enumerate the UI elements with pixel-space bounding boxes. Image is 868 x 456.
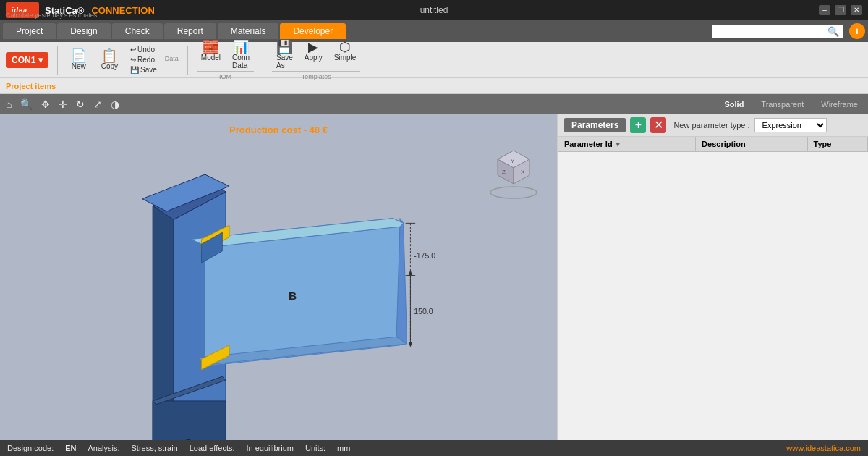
copy-icon: 📋	[101, 49, 117, 62]
save-as-button[interactable]: 💾 SaveAs	[272, 39, 297, 71]
col-type: Type	[807, 137, 867, 152]
window-title: untitled	[420, 5, 448, 15]
col-description: Description	[696, 137, 807, 152]
status-bar: Design code: EN Analysis: Stress, strain…	[0, 440, 868, 456]
view-transparent-button[interactable]: Transparent	[757, 98, 808, 110]
production-cost: Production cost - 48 €	[229, 124, 328, 135]
iom-section-label: IOM	[197, 71, 254, 80]
new-label: New	[72, 62, 86, 70]
redo-icon: ↪	[130, 56, 136, 64]
tab-developer[interactable]: Developer	[280, 23, 346, 39]
model-icon: 🧱	[203, 41, 218, 54]
new-button[interactable]: 📄 New	[67, 48, 91, 72]
load-effects-value: In equilibrium	[247, 444, 294, 452]
undo-icon: ↩	[130, 46, 136, 54]
viewport[interactable]: Production cost - 48 €	[0, 114, 557, 440]
rotate-button[interactable]: ✛	[59, 98, 67, 110]
params-delete-button[interactable]: ✕	[650, 117, 666, 133]
info-button[interactable]: i	[849, 23, 865, 39]
home-view-button[interactable]: ⌂	[6, 98, 12, 110]
tab-project[interactable]: Project	[3, 23, 56, 39]
conn-data-icon: 📊	[233, 41, 249, 54]
production-cost-value: - 48 €	[304, 124, 328, 135]
navigation-cube[interactable]: Y Z X	[485, 143, 542, 201]
tab-check[interactable]: Check	[112, 23, 163, 39]
search-icon[interactable]: 🔍	[827, 26, 839, 37]
minimize-button[interactable]: –	[819, 5, 830, 15]
svg-marker-25	[409, 342, 413, 347]
simple-label: Simple	[334, 54, 357, 62]
status-website: www.ideastatica.com	[786, 444, 861, 452]
undo-label: Undo	[137, 46, 155, 54]
tab-materials[interactable]: Materials	[218, 23, 279, 39]
svg-text:150.0: 150.0	[414, 307, 433, 316]
params-type-select[interactable]: Expression Integer Double String Boolean	[754, 118, 827, 132]
svg-text:X: X	[521, 169, 525, 175]
toolbar: CON1 ▾ 📄 New 📋 Copy ↩ Undo ↪ Redo 💾 Save…	[0, 42, 868, 78]
copy-button[interactable]: 📋 Copy	[97, 48, 122, 72]
load-effects-label: Load effects:	[190, 444, 235, 452]
title-bar: idea StatiCa® CONNECTION untitled – ❐ ✕	[0, 0, 868, 20]
redo-button[interactable]: ↪ Redo	[128, 55, 159, 64]
save-label: Save	[140, 66, 157, 74]
save-as-label: SaveAs	[276, 54, 293, 69]
params-add-button[interactable]: +	[630, 117, 646, 133]
project-items-bar: Project items	[0, 78, 868, 94]
apply-button[interactable]: ▶ Apply	[300, 39, 327, 71]
params-header: Parameters + ✕ New parameter type : Expr…	[558, 114, 868, 137]
new-icon: 📄	[71, 49, 87, 62]
tagline: Calculate yesterday's estimates	[6, 12, 97, 19]
expand-button[interactable]: ⤢	[93, 98, 102, 110]
search-input[interactable]	[716, 27, 825, 35]
svg-text:Y: Y	[511, 158, 515, 164]
save-icon: 💾	[130, 66, 139, 74]
divider-3	[263, 46, 263, 75]
analysis-value: Stress, strain	[132, 444, 178, 452]
structure-3d: B C -175.0 150.0 -150.0 -172.3	[22, 136, 514, 440]
nav-tabs: Project Design Check Report Materials De…	[0, 20, 868, 42]
params-panel: Parameters + ✕ New parameter type : Expr…	[557, 114, 868, 440]
save-as-icon: 💾	[276, 41, 292, 54]
section-button[interactable]: ◑	[111, 98, 119, 110]
zoom-fit-button[interactable]: 🔍	[20, 98, 33, 110]
apply-label: Apply	[305, 54, 323, 62]
pan-button[interactable]: ✥	[41, 98, 50, 110]
search-box: 🔍	[712, 25, 843, 38]
view-wireframe-button[interactable]: Wireframe	[817, 98, 862, 110]
design-code-value: EN	[65, 444, 76, 452]
view-solid-button[interactable]: Solid	[720, 98, 748, 110]
svg-marker-26	[409, 270, 413, 276]
apply-icon: ▶	[308, 41, 318, 54]
close-button[interactable]: ✕	[851, 5, 862, 15]
params-table: Parameter Id ▼ Description Type	[558, 137, 868, 152]
tab-design[interactable]: Design	[57, 23, 110, 39]
window-controls: – ❐ ✕	[819, 5, 862, 15]
orbit-button[interactable]: ↻	[76, 98, 85, 110]
production-cost-label: Production cost	[229, 124, 301, 135]
templates-section-label: Templates	[272, 71, 360, 80]
units-label: Units:	[305, 444, 326, 452]
model-label: Model	[201, 54, 221, 62]
model-button[interactable]: 🧱 Model	[197, 39, 225, 71]
save-button[interactable]: 💾 Save	[128, 65, 159, 75]
divider-2	[187, 46, 188, 75]
svg-text:B: B	[289, 290, 297, 302]
con1-button[interactable]: CON1 ▾	[6, 52, 48, 68]
svg-marker-12	[153, 401, 226, 440]
svg-point-31	[490, 187, 537, 198]
conn-data-label: ConnData	[232, 54, 250, 69]
view-toolbar: ⌂ 🔍 ✥ ✛ ↻ ⤢ ◑ Solid Transparent Wirefram…	[0, 94, 868, 114]
analysis-label: Analysis:	[88, 444, 120, 452]
params-type-label: New parameter type :	[673, 121, 749, 130]
redo-label: Redo	[137, 56, 155, 64]
params-title: Parameters	[564, 118, 626, 132]
restore-button[interactable]: ❐	[835, 5, 846, 15]
simple-button[interactable]: ⬡ Simple	[330, 39, 361, 71]
tab-report[interactable]: Report	[164, 23, 216, 39]
main-area: Production cost - 48 €	[0, 114, 868, 440]
conn-data-button[interactable]: 📊 ConnData	[228, 39, 254, 71]
svg-text:-175.0: -175.0	[414, 251, 435, 260]
undo-button[interactable]: ↩ Undo	[128, 45, 159, 54]
units-value: mm	[337, 444, 350, 452]
filter-icon[interactable]: ▼	[615, 141, 621, 148]
